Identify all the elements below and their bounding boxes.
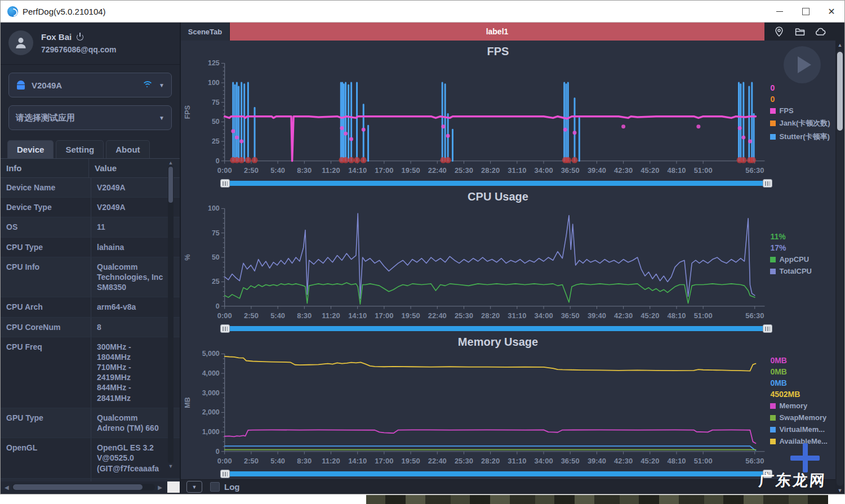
grip-icon — [223, 472, 228, 476]
scroll-down-icon[interactable]: ▼ — [838, 487, 843, 494]
row-label: GPU Freq — [1, 479, 91, 481]
expand-dropdown-button[interactable]: ▼ — [186, 481, 202, 493]
log-checkbox[interactable] — [210, 482, 220, 492]
legend-item[interactable]: SwapMemory — [770, 413, 835, 422]
app-select[interactable]: 请选择测试应用 ▼ — [8, 105, 172, 130]
scroll-up-icon[interactable]: ▲ — [838, 42, 843, 48]
folder-icon[interactable] — [794, 25, 806, 38]
row-value: Qualcomm Adreno (TM) 660 — [91, 408, 180, 438]
sidebar-bottom-scroll: ◀ ▶ — [1, 481, 180, 494]
current-value: 0MB — [770, 356, 835, 365]
location-icon[interactable] — [773, 25, 785, 38]
device-select[interactable]: V2049A ▼ — [8, 73, 172, 97]
legend-item[interactable]: Jank(卡顿次数) — [770, 118, 835, 128]
close-button[interactable]: ✕ — [819, 1, 844, 22]
legend-item[interactable]: TotalCPU — [770, 267, 835, 275]
scroll-down-icon[interactable]: ▼ — [168, 463, 174, 469]
svg-text:8:30: 8:30 — [297, 311, 312, 320]
cpu-legend: 11%17%AppCPUTotalCPU — [769, 204, 835, 323]
fps-chart-plot[interactable]: 02550751001250:002:505:408:3011:2014:101… — [181, 59, 769, 178]
fps-range-slider[interactable] — [220, 179, 772, 188]
svg-text:34:00: 34:00 — [534, 166, 553, 175]
svg-text:11:20: 11:20 — [322, 166, 340, 175]
svg-text:5,000: 5,000 — [202, 350, 220, 358]
svg-text:25:30: 25:30 — [455, 311, 473, 320]
legend-item[interactable]: VirtualMem... — [770, 425, 835, 434]
minimize-button[interactable] — [767, 1, 793, 22]
fps-chart-row: 02550751001250:002:505:408:3011:2014:101… — [181, 59, 835, 178]
tab-about[interactable]: About — [106, 140, 149, 158]
memory-chart-title: Memory Usage — [181, 334, 771, 349]
background-photo-strip — [366, 495, 828, 504]
slider-right-handle[interactable] — [763, 179, 772, 188]
cpu-chart-plot[interactable]: 02550751000:002:505:408:3011:2014:1017:0… — [181, 204, 769, 323]
row-value: 11 — [91, 217, 180, 237]
memory-chart-block: Memory Usage01,0002,0003,0004,0005,0000:… — [181, 334, 835, 480]
scroll-right-icon[interactable]: ▶ — [156, 484, 164, 490]
table-row: GPU Frequnavailable — [1, 479, 180, 481]
legend-label: SwapMemory — [779, 413, 826, 422]
svg-text:25: 25 — [212, 137, 220, 145]
cpu-range-slider[interactable] — [220, 324, 772, 333]
table-row: CPU Archarm64-v8a — [1, 297, 180, 317]
memory-chart-plot[interactable]: 01,0002,0003,0004,0005,0000:002:505:408:… — [181, 349, 769, 469]
slider-track[interactable] — [230, 471, 763, 476]
slider-left-handle[interactable] — [220, 179, 230, 188]
cpu-chart-block: CPU Usage02550751000:002:505:408:3011:20… — [181, 189, 835, 334]
play-button[interactable] — [784, 46, 821, 83]
main-vertical-scrollbar[interactable]: ▲ ▼ — [835, 23, 844, 494]
current-value: 0 — [770, 95, 835, 104]
legend-item[interactable]: AppCPU — [770, 255, 835, 264]
slider-track[interactable] — [230, 326, 763, 331]
svg-text:42:30: 42:30 — [614, 311, 633, 320]
power-icon[interactable] — [76, 33, 84, 41]
svg-text:75: 75 — [212, 99, 220, 106]
slider-left-handle[interactable] — [220, 470, 230, 478]
maximize-button[interactable] — [793, 1, 819, 22]
svg-text:FPS: FPS — [184, 105, 192, 119]
table-header-info: Info — [1, 159, 89, 177]
svg-text:4,000: 4,000 — [202, 369, 220, 377]
session-label-bar[interactable]: label1 — [230, 23, 764, 41]
scroll-up-icon[interactable]: ▲ — [168, 160, 174, 166]
legend-label: Memory — [779, 402, 807, 410]
svg-text:75: 75 — [212, 229, 220, 237]
memory-range-slider[interactable] — [220, 470, 772, 478]
add-button[interactable] — [790, 443, 820, 472]
svg-text:14:10: 14:10 — [348, 457, 367, 465]
table-row: Device TypeV2049A — [1, 198, 180, 217]
slider-right-handle[interactable] — [763, 324, 772, 333]
scroll-left-icon[interactable]: ◀ — [3, 484, 11, 490]
scene-tab[interactable]: SceneTab — [181, 23, 230, 41]
table-row: CPU InfoQualcomm Technologies, Inc SM835… — [1, 257, 180, 298]
legend-item[interactable]: Stutter(卡顿率) — [770, 132, 835, 142]
legend-swatch — [770, 269, 776, 274]
legend-item[interactable]: Memory — [770, 402, 835, 410]
table-vertical-scrollbar[interactable]: ▲ ▼ — [167, 160, 174, 469]
tab-setting[interactable]: Setting — [56, 140, 104, 158]
scrollbar-thumb[interactable] — [13, 484, 143, 490]
scrollbar-thumb[interactable] — [837, 52, 843, 131]
legend-label: TotalCPU — [779, 267, 812, 275]
row-label: OS — [1, 217, 91, 237]
cloud-icon[interactable] — [815, 25, 827, 38]
svg-text:22:40: 22:40 — [428, 311, 447, 320]
legend-item[interactable]: FPS — [770, 106, 835, 115]
svg-text:17:00: 17:00 — [375, 457, 393, 465]
scrollbar-thumb[interactable] — [168, 167, 173, 203]
current-value: 4502MB — [770, 390, 835, 399]
tab-device[interactable]: Device — [7, 140, 54, 158]
slider-left-handle[interactable] — [220, 324, 230, 333]
svg-text:36:50: 36:50 — [561, 311, 580, 320]
svg-text:2:50: 2:50 — [244, 311, 259, 320]
horizontal-scrollbar[interactable] — [12, 484, 155, 490]
svg-text:17:00: 17:00 — [375, 166, 393, 175]
slider-track[interactable] — [230, 181, 763, 186]
table-row: OpenGLOpenGL ES 3.2 V@0525.0 (GIT@f7fcea… — [1, 438, 180, 479]
table-row: CPU Typelahaina — [1, 238, 180, 257]
log-toggle[interactable]: Log — [210, 482, 240, 492]
resize-corner[interactable] — [167, 481, 180, 493]
watermark-text: 广东龙网 — [758, 470, 828, 490]
legend-label: VirtualMem... — [779, 425, 825, 434]
fps-chart-title: FPS — [181, 44, 771, 59]
